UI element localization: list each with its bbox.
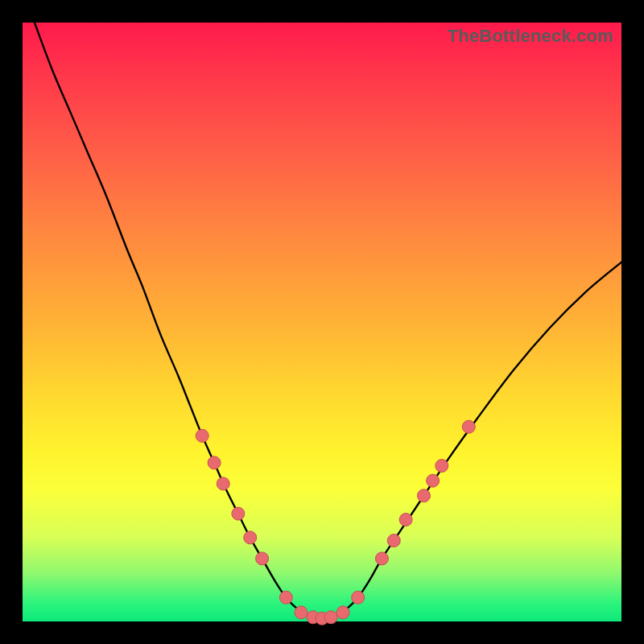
data-marker (244, 531, 257, 544)
data-marker (279, 591, 292, 604)
marker-group (196, 420, 475, 625)
data-marker (387, 535, 400, 547)
data-marker (352, 591, 365, 604)
data-marker (295, 606, 308, 619)
data-marker (208, 456, 221, 469)
data-marker (399, 514, 412, 526)
data-marker (256, 552, 269, 565)
chart-frame: TheBottleneck.com (0, 0, 644, 644)
chart-svg (23, 23, 621, 621)
data-marker (232, 507, 245, 520)
data-marker (462, 420, 475, 433)
data-marker (336, 606, 349, 619)
data-marker (217, 477, 229, 490)
data-marker (375, 552, 388, 565)
data-marker (196, 429, 208, 442)
data-marker (427, 474, 440, 487)
data-marker (324, 611, 337, 624)
data-marker (417, 489, 430, 502)
plot-area: TheBottleneck.com (23, 23, 621, 621)
bottleneck-curve (35, 23, 621, 618)
data-marker (436, 460, 448, 473)
